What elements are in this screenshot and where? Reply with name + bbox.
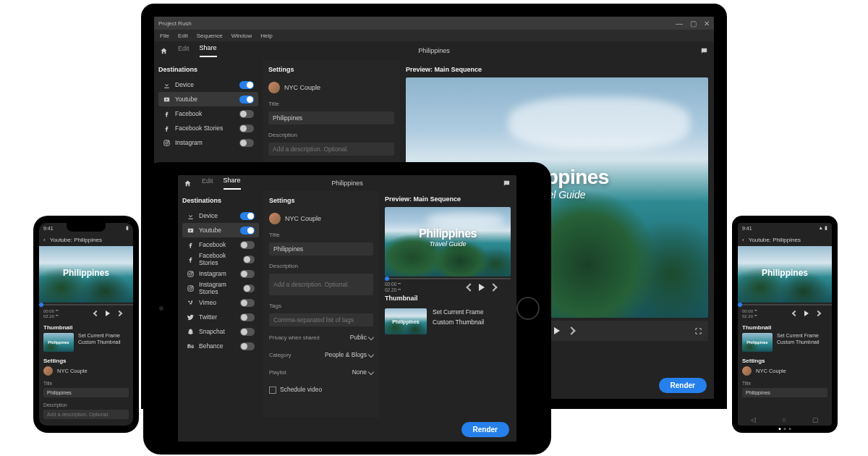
- destination-label: Instagram: [199, 270, 226, 277]
- play-icon[interactable]: [554, 327, 560, 334]
- destination-youtube[interactable]: Youtube: [158, 92, 258, 106]
- thumbnail-preview[interactable]: Philippines: [742, 333, 773, 352]
- toggle-switch[interactable]: [240, 342, 255, 350]
- toggle-switch[interactable]: [240, 328, 255, 336]
- toggle-switch[interactable]: [243, 284, 255, 292]
- destination-facebook[interactable]: Facebook: [158, 106, 258, 121]
- tab-share[interactable]: Share: [224, 177, 241, 190]
- tags-input[interactable]: [269, 313, 373, 326]
- tab-edit[interactable]: Edit: [202, 177, 213, 189]
- preview-video[interactable]: PhilippinesTravel Guide: [385, 207, 511, 276]
- destination-device[interactable]: Device: [182, 208, 259, 223]
- toggle-switch[interactable]: [240, 270, 255, 278]
- toggle-switch[interactable]: [239, 81, 254, 89]
- destination-instagram-stories[interactable]: Instagram Stories: [182, 281, 259, 295]
- toggle-switch[interactable]: [240, 299, 255, 307]
- preview-video[interactable]: Philippines: [39, 246, 133, 303]
- progress-bar[interactable]: [39, 304, 133, 305]
- title-input[interactable]: [43, 388, 129, 397]
- step-back-icon[interactable]: [93, 311, 99, 316]
- channel-row[interactable]: NYC Couple: [43, 366, 129, 376]
- tab-share[interactable]: Share: [200, 44, 217, 57]
- step-back-icon[interactable]: [792, 311, 798, 316]
- set-current-frame-link[interactable]: Set Current Frame: [78, 333, 121, 338]
- custom-thumbnail-link[interactable]: Custom Thumbnail: [78, 339, 121, 345]
- play-icon[interactable]: [804, 311, 809, 316]
- destination-device[interactable]: Device: [158, 77, 258, 92]
- channel-row[interactable]: NYC Couple: [268, 82, 394, 93]
- toggle-switch[interactable]: [239, 124, 254, 132]
- destination-behance[interactable]: Behance: [182, 339, 259, 353]
- channel-row[interactable]: NYC Couple: [269, 213, 373, 224]
- menu-window[interactable]: Window: [231, 33, 252, 39]
- back-icon[interactable]: ‹: [43, 237, 46, 243]
- back-icon[interactable]: ‹: [742, 237, 744, 243]
- close-icon[interactable]: ✕: [704, 20, 710, 28]
- destination-vimeo[interactable]: Vimeo: [182, 295, 259, 310]
- step-back-icon[interactable]: [466, 283, 474, 291]
- comment-icon[interactable]: [700, 47, 708, 55]
- play-icon[interactable]: [106, 311, 110, 316]
- render-button[interactable]: Render: [659, 378, 707, 393]
- description-input[interactable]: [269, 274, 373, 295]
- home-icon[interactable]: [184, 180, 192, 187]
- nav-back-icon[interactable]: ◁: [751, 416, 756, 423]
- play-icon[interactable]: [479, 284, 485, 291]
- thumbnail-preview[interactable]: Philippines: [43, 333, 74, 352]
- toggle-switch[interactable]: [243, 256, 255, 263]
- step-forward-icon[interactable]: [489, 283, 497, 291]
- custom-thumbnail-link[interactable]: Custom Thumbnail: [777, 339, 820, 345]
- title-input[interactable]: [269, 242, 373, 256]
- home-icon[interactable]: [160, 47, 168, 55]
- nav-home-icon[interactable]: ○: [782, 416, 786, 423]
- destination-twitter[interactable]: Twitter: [182, 310, 259, 324]
- playlist-select[interactable]: PlaylistNone: [269, 366, 373, 379]
- menu-file[interactable]: File: [160, 33, 169, 39]
- progress-bar[interactable]: [385, 278, 511, 279]
- step-forward-icon[interactable]: [116, 311, 122, 316]
- menu-sequence[interactable]: Sequence: [197, 33, 223, 39]
- destination-snapchat[interactable]: Snapchat: [182, 324, 259, 339]
- preview-video[interactable]: Philippines: [738, 246, 832, 303]
- render-button[interactable]: Render: [461, 422, 509, 437]
- menu-edit[interactable]: Edit: [178, 33, 188, 39]
- comment-icon[interactable]: [503, 180, 511, 187]
- destination-facebook-stories[interactable]: Facebook Stories: [182, 252, 259, 266]
- title-input[interactable]: [742, 388, 827, 397]
- thumbnail-preview[interactable]: Philippines: [385, 308, 427, 334]
- minimize-icon[interactable]: —: [676, 20, 683, 28]
- youtube-icon: [187, 227, 195, 235]
- toggle-switch[interactable]: [239, 96, 254, 104]
- menu-help[interactable]: Help: [260, 33, 272, 39]
- toggle-switch[interactable]: [240, 313, 255, 321]
- avatar-icon: [43, 366, 53, 376]
- category-select[interactable]: CategoryPeople & Blogs: [269, 348, 373, 361]
- expand-icon[interactable]: [694, 327, 702, 335]
- tab-edit[interactable]: Edit: [178, 45, 190, 56]
- channel-row[interactable]: NYC Couple: [742, 366, 827, 376]
- toggle-switch[interactable]: [239, 110, 254, 118]
- custom-thumbnail-link[interactable]: Custom Thumbnail: [433, 318, 484, 326]
- schedule-checkbox[interactable]: Schedule video: [269, 386, 373, 394]
- description-input[interactable]: [43, 410, 129, 419]
- maximize-icon[interactable]: ▢: [690, 20, 697, 28]
- set-current-frame-link[interactable]: Set Current Frame: [777, 333, 820, 338]
- set-current-frame-link[interactable]: Set Current Frame: [433, 308, 484, 316]
- destination-facebook-stories[interactable]: Facebook Stories: [158, 121, 258, 135]
- destination-youtube[interactable]: Youtube: [182, 223, 259, 237]
- step-forward-icon[interactable]: [567, 326, 575, 334]
- preview-heading: Preview: Main Sequence: [385, 195, 511, 203]
- privacy-select[interactable]: Privacy when sharedPublic: [269, 331, 373, 344]
- destination-instagram[interactable]: Instagram: [182, 266, 259, 281]
- destination-instagram[interactable]: Instagram: [158, 135, 258, 150]
- destination-facebook[interactable]: Facebook: [182, 237, 259, 252]
- toggle-switch[interactable]: [240, 227, 255, 235]
- description-input[interactable]: [268, 143, 394, 156]
- toggle-switch[interactable]: [240, 241, 255, 249]
- nav-recent-icon[interactable]: ▢: [812, 416, 819, 423]
- toggle-switch[interactable]: [240, 212, 255, 220]
- title-input[interactable]: [268, 111, 394, 124]
- toggle-switch[interactable]: [239, 139, 254, 147]
- progress-bar[interactable]: [738, 304, 832, 305]
- step-forward-icon[interactable]: [815, 311, 821, 316]
